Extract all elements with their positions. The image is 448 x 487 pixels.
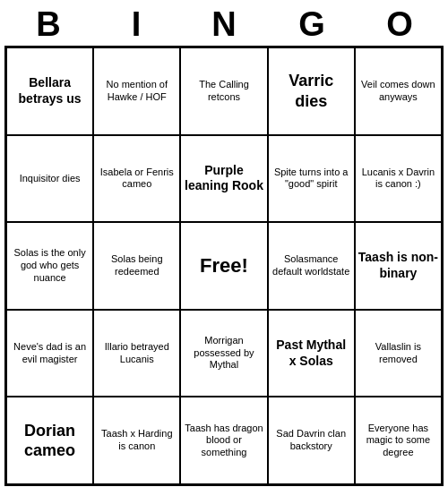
bingo-cell-17[interactable]: Morrigan possessed by Mythal (180, 310, 267, 397)
letter-g: G (271, 5, 352, 44)
bingo-cell-7[interactable]: Purple leaning Rook (180, 135, 267, 223)
letter-b: B (8, 5, 89, 44)
bingo-cell-2[interactable]: The Calling retcons (180, 47, 267, 135)
bingo-cell-19[interactable]: Vallaslin is removed (355, 310, 442, 397)
bingo-cell-20[interactable]: Dorian cameo (6, 397, 93, 484)
bingo-cell-15[interactable]: Neve's dad is an evil magister (6, 310, 93, 397)
letter-i: I (96, 5, 177, 44)
bingo-cell-13[interactable]: Solasmance default worldstate (268, 222, 355, 310)
bingo-cell-16[interactable]: Illario betrayed Lucanis (93, 310, 180, 397)
bingo-header: B I N G O (4, 0, 444, 46)
bingo-cell-4[interactable]: Veil comes down anyways (355, 47, 442, 135)
bingo-cell-18[interactable]: Past Mythal x Solas (268, 310, 355, 397)
letter-o: O (359, 5, 440, 44)
bingo-grid: Bellara betrays usNo mention of Hawke / … (4, 46, 444, 486)
letter-n: N (184, 5, 264, 44)
bingo-cell-5[interactable]: Inquisitor dies (6, 135, 93, 223)
bingo-cell-21[interactable]: Taash x Harding is canon (93, 397, 180, 484)
bingo-cell-6[interactable]: Isabela or Fenris cameo (93, 135, 180, 223)
bingo-cell-12[interactable]: Free! (180, 222, 267, 310)
bingo-cell-8[interactable]: Spite turns into a "good" spirit (268, 135, 355, 223)
bingo-cell-14[interactable]: Taash is non-binary (355, 222, 442, 310)
bingo-cell-23[interactable]: Sad Davrin clan backstory (268, 397, 355, 484)
bingo-cell-22[interactable]: Taash has dragon blood or something (180, 397, 267, 484)
bingo-cell-1[interactable]: No mention of Hawke / HOF (93, 47, 180, 135)
bingo-cell-3[interactable]: Varric dies (268, 47, 355, 135)
bingo-cell-0[interactable]: Bellara betrays us (6, 47, 93, 135)
bingo-cell-10[interactable]: Solas is the only god who gets nuance (6, 222, 93, 310)
bingo-cell-24[interactable]: Everyone has magic to some degree (355, 397, 442, 484)
bingo-cell-11[interactable]: Solas being redeemed (93, 222, 180, 310)
bingo-cell-9[interactable]: Lucanis x Davrin is canon :) (355, 135, 442, 223)
